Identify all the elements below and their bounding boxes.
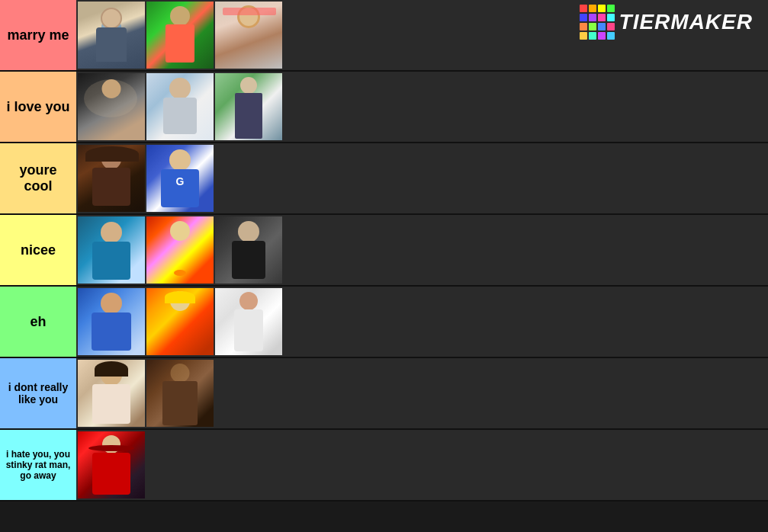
tier-item[interactable] [78,288,145,355]
tier-item[interactable] [215,73,282,140]
tier-items-eh [76,287,768,357]
tier-item[interactable] [146,288,214,355]
tier-item[interactable] [78,2,145,69]
logo-cell [589,23,596,30]
tier-item[interactable] [215,2,282,69]
tier-items-i-hate-you [76,430,768,500]
logo-cell [607,32,615,40]
logo-cell [607,5,615,12]
tiermaker-logo: TiERMAKER [580,5,753,40]
tier-label-nicee: nicee [0,215,76,285]
logo-cell [607,14,615,21]
tier-items-nicee [76,215,768,285]
tier-item[interactable] [215,216,282,284]
tier-list: marry me [0,0,768,502]
tier-item[interactable] [215,288,282,355]
tier-label-i-love-you: i love you [0,72,76,142]
tier-item[interactable] [146,2,214,69]
logo-cell [580,14,587,21]
logo-grid-icon [580,5,615,40]
tier-label-marry-me: marry me [0,0,76,70]
tier-item[interactable]: G [146,145,214,212]
tier-item[interactable] [78,216,145,284]
tier-label-i-hate-you: i hate you, you stinky rat man, go away [0,430,76,500]
tier-items-i-love-you [76,72,768,142]
logo-cell [589,32,596,40]
logo-cell [580,32,587,40]
tier-item[interactable] [78,73,145,140]
tier-item[interactable] [146,360,214,427]
logo-text: TiERMAKER [619,10,753,34]
tier-row-i-love-you: i love you [0,72,768,143]
tier-row-youre-cool: youre cool G [0,143,768,215]
tier-row-eh: eh [0,287,768,358]
tier-items-i-dont-really-like-you [76,358,768,428]
tier-row-nicee: nicee [0,215,768,287]
logo-cell [580,23,587,30]
tier-label-i-dont-really-like-you: i dont really like you [0,358,76,428]
tier-item[interactable] [78,431,145,498]
tier-item[interactable] [146,216,214,284]
logo-cell [589,14,596,21]
tier-label-eh: eh [0,287,76,357]
logo-cell [598,32,606,40]
tier-item[interactable] [78,360,145,427]
tier-row-i-hate-you: i hate you, you stinky rat man, go away [0,430,768,502]
logo-cell [607,23,615,30]
logo-cell [598,23,606,30]
logo-cell [598,14,606,21]
tier-row-i-dont-really-like-you: i dont really like you [0,358,768,430]
tier-items-youre-cool: G [76,143,768,213]
logo-cell [598,5,606,12]
tier-item[interactable] [78,145,145,212]
logo-cell [589,5,596,12]
tier-item[interactable] [146,73,214,140]
tier-label-youre-cool: youre cool [0,143,76,213]
logo-cell [580,5,587,12]
